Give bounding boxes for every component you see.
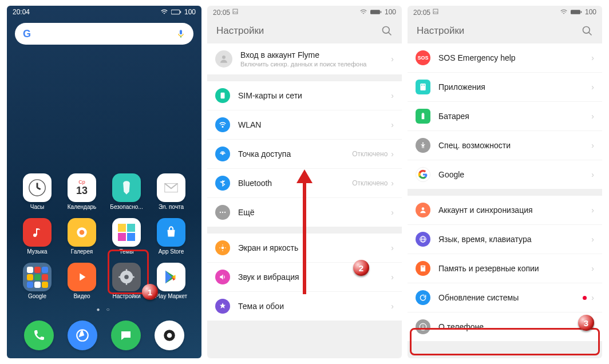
app-clock[interactable]: Часы: [17, 173, 57, 210]
row-accessibility[interactable]: Спец. возможности ›: [408, 131, 602, 160]
svg-rect-0: [171, 10, 180, 14]
display-icon: [215, 240, 230, 255]
update-dot: [583, 296, 587, 300]
row-sound[interactable]: Звук и вибрация ›: [207, 263, 402, 292]
svg-point-49: [422, 143, 424, 144]
wifi-icon: [359, 8, 367, 16]
theme-icon: [215, 299, 230, 314]
row-more[interactable]: Ещё ›: [207, 198, 402, 227]
phone-settings-1: 20:05 100 Настройки Вход в аккаунт Flyme…: [207, 6, 402, 358]
highlight-box-3: [410, 328, 600, 355]
svg-rect-2: [180, 30, 182, 34]
apps-icon: [416, 80, 430, 94]
dock-camera[interactable]: [155, 321, 184, 350]
dock-phone[interactable]: [24, 321, 54, 350]
dock: [7, 316, 201, 358]
app-appstore[interactable]: App Store: [151, 218, 191, 255]
dock-browser[interactable]: [68, 321, 97, 350]
chevron-right-icon: ›: [391, 179, 394, 188]
mic-icon[interactable]: [176, 28, 185, 39]
svg-point-45: [421, 85, 422, 86]
google-g-icon: [416, 167, 430, 182]
svg-point-46: [424, 85, 425, 86]
app-calendar[interactable]: Ср 13 Календарь: [62, 173, 102, 210]
svg-point-29: [220, 212, 221, 213]
svg-rect-47: [422, 113, 425, 119]
settings-header: Настройки: [408, 18, 602, 43]
wifi-icon: [215, 117, 230, 132]
row-google[interactable]: Google ›: [408, 160, 602, 189]
svg-rect-21: [370, 10, 380, 14]
chevron-right-icon: ›: [391, 91, 394, 100]
row-storage[interactable]: Память и резервные копии ›: [408, 254, 602, 283]
bluetooth-icon: [215, 176, 230, 191]
row-apps[interactable]: Приложения ›: [408, 73, 602, 102]
row-hotspot[interactable]: Точка доступа Отключено ›: [207, 140, 402, 169]
svg-point-30: [222, 212, 223, 213]
row-display[interactable]: Экран и яркость ›: [207, 234, 402, 263]
status-battery: 100: [184, 8, 196, 16]
google-search[interactable]: G: [15, 23, 193, 45]
svg-point-19: [167, 333, 172, 338]
svg-rect-40: [571, 10, 580, 14]
chevron-right-icon: ›: [391, 54, 394, 64]
row-theme[interactable]: Тема и обои ›: [207, 292, 402, 321]
svg-rect-55: [422, 267, 425, 267]
phone-home: 20:04 100 G Часы Ср 13 Календарь: [7, 6, 201, 358]
status-bar: 20:05 100: [207, 6, 402, 18]
search-icon[interactable]: [381, 25, 393, 37]
app-music[interactable]: Музыка: [17, 218, 57, 255]
app-gallery[interactable]: Галерея: [62, 218, 102, 255]
svg-point-10: [80, 230, 85, 235]
page-title: Настройки: [216, 25, 264, 37]
chevron-right-icon: ›: [391, 302, 394, 311]
svg-rect-8: [36, 228, 37, 235]
svg-point-23: [383, 27, 390, 34]
battery-icon: [370, 9, 382, 15]
svg-point-58: [422, 325, 424, 326]
app-security[interactable]: Безопасно...: [106, 173, 147, 210]
app-grid: Часы Ср 13 Календарь Безопасно... Эл. по…: [7, 170, 201, 305]
row-sos[interactable]: SOS SOS Emergency help ›: [408, 43, 602, 73]
hotspot-icon: [215, 147, 230, 161]
chevron-right-icon: ›: [391, 272, 394, 282]
chevron-right-icon: ›: [591, 112, 594, 121]
search-icon[interactable]: [582, 25, 593, 37]
row-system-update[interactable]: Обновление системы ›: [408, 283, 602, 312]
svg-point-28: [222, 153, 223, 155]
svg-rect-26: [221, 93, 225, 99]
row-battery[interactable]: Батарея ›: [408, 102, 602, 131]
app-google-folder[interactable]: Google: [17, 263, 57, 299]
chevron-right-icon: ›: [591, 141, 594, 150]
battery-icon: [416, 109, 430, 124]
svg-line-43: [589, 33, 592, 35]
row-language[interactable]: Язык, время, клавиатура ›: [408, 225, 602, 254]
app-email[interactable]: Эл. почта: [151, 173, 191, 210]
status-time: 20:04: [13, 8, 30, 16]
row-account-sync[interactable]: Аккаунт и синхронизация ›: [408, 196, 602, 225]
row-bluetooth[interactable]: Bluetooth Отключено ›: [207, 169, 402, 198]
svg-rect-1: [180, 11, 181, 13]
wifi-icon: [560, 8, 568, 16]
sim-icon: [215, 88, 230, 103]
app-video[interactable]: Видео: [62, 263, 102, 299]
row-sim[interactable]: SIM-карты и сети ›: [207, 81, 402, 110]
chevron-right-icon: ›: [391, 120, 394, 129]
svg-rect-48: [422, 113, 424, 114]
svg-rect-44: [420, 84, 425, 90]
svg-point-32: [222, 247, 224, 250]
sound-icon: [215, 270, 230, 284]
sos-icon: SOS: [416, 50, 430, 65]
dock-messages[interactable]: [111, 321, 141, 350]
callout-3: 3: [578, 315, 594, 331]
callout-1: 1: [142, 284, 158, 300]
screenshot-icon: [432, 8, 439, 15]
chevron-right-icon: ›: [591, 235, 594, 244]
callout-2: 2: [353, 260, 369, 276]
row-flyme-login[interactable]: Вход в аккаунт Flyme Включить синхр. дан…: [207, 43, 402, 74]
globe-icon: [416, 232, 430, 247]
chevron-right-icon: ›: [391, 149, 394, 159]
svg-line-24: [389, 33, 391, 35]
row-wlan[interactable]: WLAN ›: [207, 110, 402, 140]
chevron-right-icon: ›: [591, 205, 594, 215]
